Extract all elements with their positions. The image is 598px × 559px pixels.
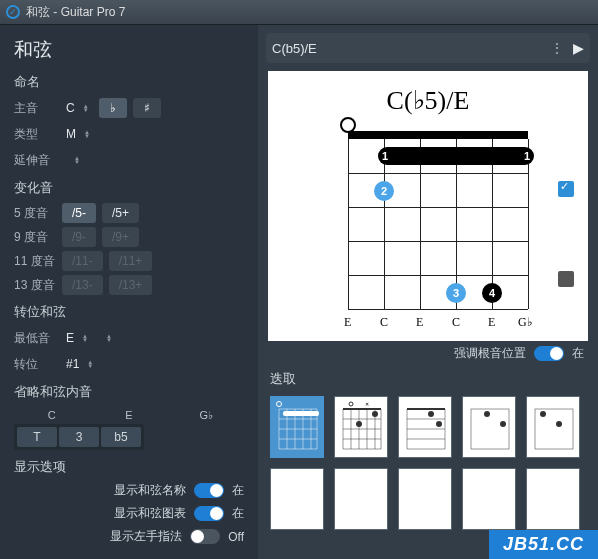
select-heading: 迭取 xyxy=(258,366,598,392)
svg-text:✕: ✕ xyxy=(365,401,369,407)
voicing-9[interactable] xyxy=(462,468,516,530)
section-altered: 变化音 xyxy=(14,179,244,197)
diagram-title: C(♭5)/E xyxy=(278,85,578,116)
voicing-8[interactable] xyxy=(398,468,452,530)
svg-point-27 xyxy=(372,411,378,417)
app-icon: ✓ xyxy=(6,5,20,19)
d9-label: 9 度音 xyxy=(14,229,56,246)
d11-plus[interactable]: /11+ xyxy=(109,251,153,271)
d5-label: 5 度音 xyxy=(14,205,56,222)
svg-point-36 xyxy=(436,421,442,427)
type-label: 类型 xyxy=(14,126,56,143)
toggle-name-label: 显示和弦名称 xyxy=(114,482,186,499)
chord-settings-panel: 和弦 命名 主音 C▲▼ ♭ ♯ 类型 M▲▼ 延伸音 ▲▼ 变化音 5 度音 … xyxy=(0,25,258,559)
inv-select[interactable]: #1▲▼ xyxy=(62,353,97,375)
toggle-lh-label: 显示左手指法 xyxy=(110,528,182,545)
checkbox-2[interactable] xyxy=(558,271,574,287)
omit-values: T 3 b5 xyxy=(14,424,144,450)
checkbox-1[interactable] xyxy=(558,181,574,197)
section-naming: 命名 xyxy=(14,73,244,91)
svg-point-41 xyxy=(540,411,546,417)
d9-minus[interactable]: /9- xyxy=(62,227,96,247)
window-title: 和弦 - Guitar Pro 7 xyxy=(26,4,125,21)
chord-diagram: C(♭5)/E 11 2 3 4 E C E C xyxy=(268,71,588,341)
d9-plus[interactable]: /9+ xyxy=(102,227,139,247)
voicing-6[interactable] xyxy=(270,468,324,530)
type-select[interactable]: M▲▼ xyxy=(62,123,118,145)
panel-title: 和弦 xyxy=(14,37,244,63)
inv-label: 转位 xyxy=(14,356,56,373)
d11-label: 11 度音 xyxy=(14,253,56,270)
chord-preview-panel: C(b5)/E ⋮ ▶ C(♭5)/E 11 2 3 4 xyxy=(258,25,598,559)
voicing-4[interactable] xyxy=(462,396,516,458)
root-label: 主音 xyxy=(14,100,56,117)
voicing-3[interactable] xyxy=(398,396,452,458)
more-icon[interactable]: ⋮ xyxy=(542,40,573,56)
finger-4: 4 xyxy=(482,283,502,303)
toggle-emphasize[interactable] xyxy=(534,346,564,361)
svg-point-38 xyxy=(484,411,490,417)
omit-headers: CEG♭ xyxy=(14,407,244,424)
play-icon[interactable]: ▶ xyxy=(573,40,584,56)
section-display: 显示迭项 xyxy=(14,458,244,476)
d11-minus[interactable]: /11- xyxy=(62,251,103,271)
toggle-name[interactable] xyxy=(194,483,224,498)
svg-rect-37 xyxy=(471,409,509,449)
svg-rect-11 xyxy=(283,411,319,416)
section-inversion: 转位和弦 xyxy=(14,303,244,321)
bass-label: 最低音 xyxy=(14,330,56,347)
watermark: JB51.CC xyxy=(489,530,598,559)
d5-minus[interactable]: /5- xyxy=(62,203,96,223)
voicing-thumbnails: ✕ xyxy=(258,392,598,542)
svg-point-12 xyxy=(277,402,282,407)
ext-label: 延伸音 xyxy=(14,152,56,169)
bass-select[interactable]: E▲▼ xyxy=(62,327,92,349)
chord-name-bar: C(b5)/E ⋮ ▶ xyxy=(266,33,590,63)
svg-point-35 xyxy=(428,411,434,417)
finger-3: 3 xyxy=(446,283,466,303)
ext-select[interactable]: ▲▼ xyxy=(62,149,112,171)
d13-label: 13 度音 xyxy=(14,277,56,294)
svg-point-39 xyxy=(500,421,506,427)
voicing-10[interactable] xyxy=(526,468,580,530)
finger-2: 2 xyxy=(374,181,394,201)
d5-plus[interactable]: /5+ xyxy=(102,203,139,223)
window-titlebar: ✓ 和弦 - Guitar Pro 7 xyxy=(0,0,598,25)
voicing-7[interactable] xyxy=(334,468,388,530)
d13-plus[interactable]: /13+ xyxy=(109,275,153,295)
svg-point-24 xyxy=(349,402,353,406)
sharp-button[interactable]: ♯ xyxy=(133,98,161,118)
voicing-1[interactable] xyxy=(270,396,324,458)
voicing-2[interactable]: ✕ xyxy=(334,396,388,458)
toggle-lh[interactable] xyxy=(190,529,220,544)
svg-point-42 xyxy=(556,421,562,427)
toggle-diagram[interactable] xyxy=(194,506,224,521)
chord-name-text: C(b5)/E xyxy=(272,41,542,56)
voicing-5[interactable] xyxy=(526,396,580,458)
emphasize-label: 强调根音位置 xyxy=(454,345,526,362)
nut xyxy=(348,131,528,139)
barre-fret1: 11 xyxy=(378,147,534,165)
svg-point-26 xyxy=(356,421,362,427)
d13-minus[interactable]: /13- xyxy=(62,275,103,295)
toggle-diagram-label: 显示和弦图表 xyxy=(114,505,186,522)
bass-extra-select[interactable]: ▲▼ xyxy=(98,327,148,349)
omit-b5[interactable]: b5 xyxy=(101,427,141,447)
omit-t[interactable]: T xyxy=(17,427,57,447)
omit-3[interactable]: 3 xyxy=(59,427,99,447)
section-omit: 省略和弦内音 xyxy=(14,383,244,401)
flat-button[interactable]: ♭ xyxy=(99,98,127,118)
root-select[interactable]: C▲▼ xyxy=(62,97,93,119)
